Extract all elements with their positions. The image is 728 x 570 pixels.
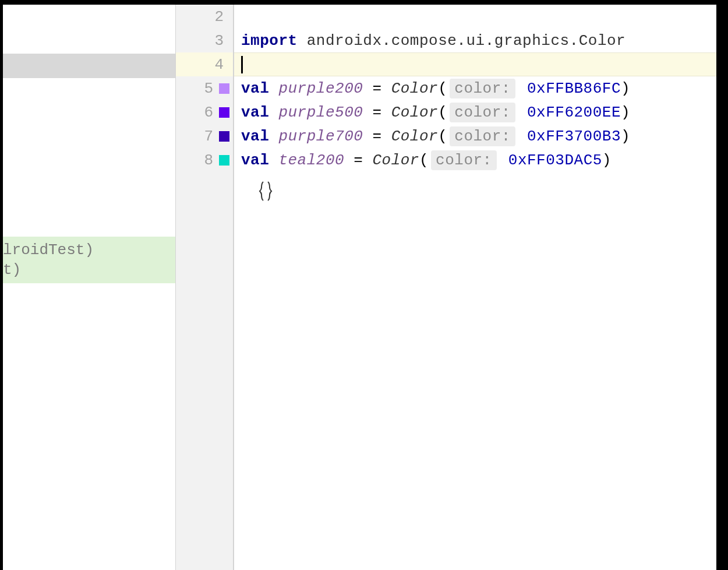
code-line[interactable] — [234, 5, 716, 29]
text-cursor-icon — [259, 181, 273, 206]
color-swatch-icon[interactable] — [219, 131, 229, 142]
parameter-hint: color: — [450, 126, 515, 146]
gutter-row[interactable]: 4 — [176, 52, 233, 76]
color-swatch-icon[interactable] — [219, 83, 229, 94]
keyword: val — [241, 128, 269, 145]
gutter-row[interactable]: 5 — [176, 76, 233, 100]
code-line[interactable]: val teal200 = Color(color: 0xFF03DAC5) — [234, 148, 716, 172]
paren: ( — [419, 152, 429, 169]
keyword: import — [241, 32, 298, 50]
variable-name: purple500 — [269, 104, 363, 121]
variable-name: teal200 — [269, 152, 344, 169]
project-sidebar[interactable]: lroidTest) t) — [3, 5, 176, 570]
gutter-row[interactable]: 6 — [176, 100, 233, 124]
operator: = — [344, 152, 372, 169]
parameter-hint: color: — [450, 103, 515, 122]
code-editor[interactable]: import androidx.compose.ui.graphics.Colo… — [234, 5, 716, 570]
code-line[interactable]: val purple700 = Color(color: 0xFF3700B3) — [234, 124, 716, 148]
function-name: Color — [391, 128, 439, 145]
operator: = — [363, 128, 391, 145]
operator: = — [363, 80, 391, 97]
line-number: 6 — [204, 104, 213, 121]
line-number: 8 — [204, 152, 213, 169]
text-caret — [241, 56, 243, 73]
parameter-hint: color: — [431, 150, 497, 170]
paren: ( — [438, 104, 447, 121]
gutter-row[interactable]: 2 — [176, 5, 233, 29]
line-number: 2 — [214, 8, 224, 26]
function-name: Color — [391, 80, 439, 97]
keyword: val — [241, 104, 269, 121]
keyword: val — [241, 152, 269, 169]
hex-literal: 0xFF3700B3 — [518, 128, 621, 145]
sidebar-item[interactable]: t) — [3, 260, 175, 280]
function-name: Color — [391, 104, 439, 121]
hex-literal: 0xFF03DAC5 — [499, 152, 602, 169]
gutter-row[interactable]: 8 — [176, 148, 233, 172]
code-line[interactable]: val purple200 = Color(color: 0xFFBB86FC) — [234, 76, 716, 100]
paren: ) — [621, 80, 630, 97]
parameter-hint: color: — [450, 79, 515, 98]
paren: ( — [438, 80, 447, 97]
operator: = — [363, 104, 391, 121]
paren: ( — [438, 128, 447, 145]
keyword: val — [241, 80, 269, 97]
hex-literal: 0xFF6200EE — [518, 104, 621, 121]
sidebar-test-sources[interactable]: lroidTest) t) — [3, 237, 175, 283]
variable-name: purple200 — [269, 80, 363, 97]
line-number: 5 — [204, 80, 213, 97]
code-line[interactable]: val purple500 = Color(color: 0xFF6200EE) — [234, 100, 716, 124]
import-path: androidx.compose.ui.graphics.Color — [298, 32, 626, 50]
hex-literal: 0xFFBB86FC — [518, 80, 621, 97]
sidebar-selection — [3, 54, 175, 78]
line-number: 7 — [204, 128, 213, 145]
editor-gutter[interactable]: 2 3 4 5 6 7 8 — [176, 5, 234, 570]
line-number: 3 — [214, 32, 224, 50]
code-line-active[interactable] — [234, 52, 716, 76]
sidebar-item[interactable]: lroidTest) — [3, 240, 175, 260]
function-name: Color — [372, 152, 419, 169]
gutter-row[interactable]: 7 — [176, 124, 233, 148]
variable-name: purple700 — [269, 128, 363, 145]
paren: ) — [602, 152, 612, 169]
gutter-row[interactable]: 3 — [176, 29, 233, 52]
paren: ) — [621, 104, 630, 121]
paren: ) — [621, 128, 630, 145]
color-swatch-icon[interactable] — [219, 107, 229, 118]
line-number: 4 — [214, 56, 224, 73]
color-swatch-icon[interactable] — [219, 155, 229, 166]
code-line[interactable]: import androidx.compose.ui.graphics.Colo… — [234, 29, 716, 52]
